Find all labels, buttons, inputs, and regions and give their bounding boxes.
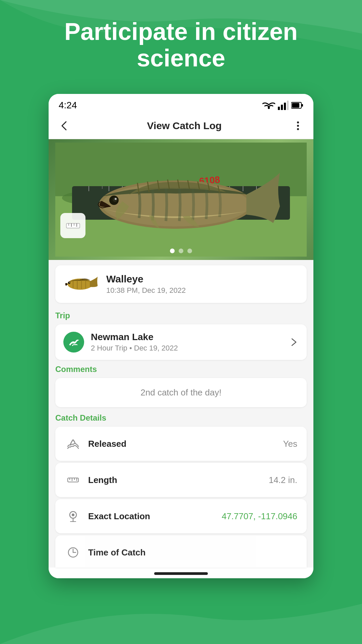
length-value: 14.2 in.	[269, 475, 297, 485]
fish-datetime: 10:38 PM, Dec 19, 2022	[106, 286, 186, 295]
fish-illustration: 6108 ISH	[55, 143, 307, 257]
length-label: Length	[88, 475, 262, 485]
wifi-icon	[262, 101, 275, 110]
location-label: Exact Location	[88, 511, 215, 522]
length-icon	[65, 472, 81, 488]
time-of-catch-label: Time of Catch	[88, 547, 297, 558]
fish-trip-icon	[68, 336, 80, 348]
app-bar-title: View Catch Log	[76, 120, 293, 131]
fish-thumbnail	[65, 275, 98, 293]
back-button[interactable]	[59, 120, 69, 131]
photo-dot-3[interactable]	[187, 249, 192, 253]
svg-point-10	[297, 128, 299, 130]
catch-details-label: Catch Details	[49, 409, 313, 425]
clock-time-icon	[66, 545, 80, 560]
trip-subtitle: 2 Hour Trip • Dec 19, 2022	[91, 344, 283, 353]
ruler-badge	[60, 213, 85, 238]
status-icons	[262, 101, 303, 110]
fish-photo: 6108 ISH	[49, 139, 313, 260]
more-icon	[293, 120, 303, 131]
home-indicator[interactable]	[154, 572, 208, 575]
trip-icon	[63, 332, 84, 353]
trip-name: Newman Lake	[91, 332, 283, 342]
svg-rect-4	[287, 101, 289, 110]
svg-point-8	[297, 121, 299, 123]
photo-dot-1[interactable]	[170, 249, 175, 253]
app-bar: View Catch Log	[49, 114, 313, 139]
time-of-catch-card-partial: Time of Catch	[55, 535, 307, 568]
released-card: Released Yes	[55, 427, 307, 461]
svg-point-9	[297, 125, 299, 127]
hero-text: Participate in citizen science	[0, 18, 362, 71]
comments-text: 2nd catch of the day!	[140, 387, 221, 397]
trip-card[interactable]: Newman Lake 2 Hour Trip • Dec 19, 2022	[55, 324, 307, 360]
more-button[interactable]	[293, 120, 303, 131]
bg-bottom-curve	[0, 577, 362, 644]
arrow-right-icon	[289, 337, 299, 347]
svg-rect-6	[292, 103, 299, 108]
fish-scene: 6108 ISH	[49, 139, 313, 260]
status-bar: 4:24	[49, 94, 313, 114]
phone-container: 4:24	[49, 94, 313, 578]
svg-rect-3	[284, 103, 286, 110]
trip-arrow[interactable]	[289, 337, 299, 347]
photo-dots	[49, 249, 313, 253]
svg-point-66	[72, 514, 74, 516]
svg-rect-48	[66, 223, 80, 228]
ruler-icon	[65, 217, 81, 234]
ruler-length-icon	[66, 473, 80, 487]
svg-rect-2	[281, 105, 283, 110]
released-icon	[65, 435, 81, 452]
location-value[interactable]: 47.7707, -117.0946	[222, 511, 297, 522]
status-time: 4:24	[59, 100, 77, 111]
fish-info: Walleye 10:38 PM, Dec 19, 2022	[106, 273, 186, 295]
location-pin-icon	[66, 509, 80, 524]
location-card: Exact Location 47.7707, -117.0946	[55, 499, 307, 533]
location-icon	[65, 508, 81, 525]
battery-icon	[291, 102, 303, 109]
fish-name: Walleye	[106, 273, 186, 285]
signal-icon	[278, 101, 289, 110]
clock-icon	[65, 544, 81, 561]
photo-dot-2[interactable]	[179, 249, 183, 253]
bottom-indicator	[49, 568, 313, 578]
comments-section-label: Comments	[49, 362, 313, 376]
svg-point-59	[69, 282, 70, 283]
water-release-icon	[66, 436, 80, 451]
svg-rect-7	[302, 104, 303, 107]
trip-details: Newman Lake 2 Hour Trip • Dec 19, 2022	[91, 332, 283, 353]
released-label: Released	[88, 439, 277, 449]
released-value: Yes	[283, 439, 297, 449]
comments-card: 2nd catch of the day!	[55, 378, 307, 407]
svg-rect-1	[278, 107, 280, 110]
back-arrow-icon	[59, 120, 69, 131]
length-card: Length 14.2 in.	[55, 463, 307, 497]
svg-point-47	[115, 198, 117, 200]
trip-section-label: Trip	[49, 308, 313, 322]
svg-point-0	[268, 107, 270, 109]
fish-card: Walleye 10:38 PM, Dec 19, 2022	[55, 265, 307, 303]
